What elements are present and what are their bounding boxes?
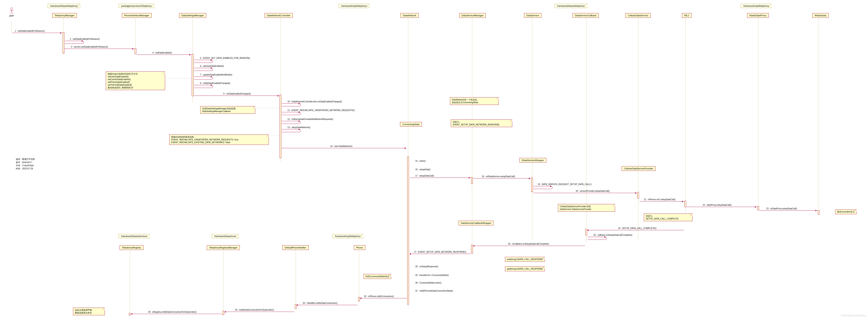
actor-label: APP [9, 14, 14, 17]
participant: TelephonyRegistry [120, 245, 144, 250]
lifeline [758, 18, 758, 210]
message-label: 14 : new DataNetwork() [330, 145, 352, 147]
meta-line: 时间：2023-07-26 [16, 167, 35, 170]
note-line: 根据enabled的值来选择, [171, 136, 267, 138]
package-box: framework/base/telephony [48, 4, 81, 8]
message-label: 27 : EVENT_SETUP_DATA_NETWORK_RESPONSE() [414, 251, 466, 253]
lifeline [11, 21, 12, 34]
participant: DataNetworkController [265, 13, 293, 18]
message-label: 15 : enter() [415, 160, 426, 162]
message-arrow [137, 55, 191, 55]
note-line: 最后殊途同归, 都调用第7步 [108, 86, 163, 89]
participant: Phone [354, 245, 365, 250]
note-line: 由此去通知APP侧 [75, 309, 103, 312]
message-arrow [65, 41, 84, 44]
message-label: 34 : notifyDataConnectionForSubscriber() [235, 309, 274, 311]
note-line: DataService.DataServiceProvider [560, 208, 613, 211]
message-label: 32 : mPhone.notifyConnection() [364, 295, 394, 297]
activation [585, 229, 587, 235]
activation [471, 245, 473, 253]
activation [295, 305, 297, 309]
note: 转到ConnectedState状态 [364, 274, 391, 279]
note: 消息为, SETUP_DATA_CALL_COMPLETE [644, 214, 692, 221]
note-line: setPolicyDataEnabled() [108, 81, 163, 83]
note-line: setCarrierDataEnabled() [108, 78, 163, 81]
participant: PhoneInterfaceManager [122, 13, 152, 18]
activation [129, 313, 131, 315]
activation [818, 210, 819, 215]
message-arrow [760, 210, 817, 211]
svg-line-4 [12, 12, 13, 14]
message-label: 1 : setDataEnabledForReason() [15, 30, 45, 32]
note-line: SETUP_DATA_CALL_COMPLETE [646, 217, 691, 220]
note-line: 消息为, [453, 120, 510, 123]
message-label: 6 : setUserDataEnabled() [200, 65, 224, 67]
message-label: 22 : dataProxy.setupDataCall() [703, 204, 732, 206]
participant: TelephonyRegistryManager [207, 245, 240, 250]
message-label: 35 : sRegistry.notifyDataConnectionForSu… [148, 311, 196, 313]
package-box: framework/opt/telephony [339, 4, 370, 8]
svg-point-0 [10, 8, 13, 10]
note: 消息为, EVENT_SETUP_DATA_NETWORK_RESPONSE [451, 119, 512, 127]
package-box: framework/base/core [212, 234, 239, 238]
message-arrow [194, 60, 213, 63]
note-line: 消息为, [646, 215, 691, 217]
activation [63, 32, 64, 54]
note-line: 根据reason选择对应的打开方式, [108, 73, 163, 75]
package-box: framework/opt/telephony [741, 4, 772, 8]
meta-line: 作者：CrazyPotato [16, 164, 35, 167]
message-arrow [360, 298, 407, 298]
lifeline [359, 251, 359, 299]
actor-app: APP [9, 7, 14, 17]
note-line: DataSettingsManagerCallback [202, 110, 253, 113]
participant: TelephonyManager [52, 13, 77, 18]
participant: RadioDataProxy [747, 13, 769, 18]
participant: DataServiceManager [459, 13, 486, 18]
activation [280, 95, 281, 158]
participant: ConnectingState [400, 122, 422, 127]
note-line: EVENT_REEVALUATE_UNSATISFIED_NETWORK_REQ… [171, 138, 267, 141]
message-label: 23 : mDataProxy.setupDataCall() [766, 207, 797, 210]
message-label: 8 : notifyDataEnabledChanged() [200, 82, 230, 84]
message-arrow [282, 121, 301, 124]
message-arrow [194, 68, 213, 71]
note: get的msg为DATA_CALL_RESPONSE [505, 267, 545, 271]
message-label: 5 : EVENT_SET_DATA_ENABLED_FOR_REASON() [200, 57, 250, 59]
message-label: 9 : onDataEnabledChanged() [223, 93, 251, 95]
note-connector [256, 108, 279, 108]
message-arrow [282, 129, 301, 132]
message-arrow [225, 312, 294, 312]
note-line: setUserDataEnabled() [108, 75, 163, 78]
svg-line-3 [10, 12, 12, 14]
activation [531, 178, 533, 192]
activation [471, 177, 473, 184]
message-label: 33 : mNotifier.notifyDataConnection() [303, 302, 337, 304]
activation [757, 206, 759, 210]
message-arrow [640, 201, 684, 202]
message-label: 28 : onSetupResponse() [415, 266, 438, 268]
note: 由此去通知APP侧 数据连接状态变化 [73, 308, 105, 315]
message-label: 12 : onReevaluateUnsatisfiedNetworkReque… [287, 118, 333, 120]
message-arrow [282, 112, 301, 115]
message-label: 30 : ConnectedState.enter() [415, 282, 441, 284]
activation [192, 54, 193, 96]
note: 根据enabled的值来选择, EVENT_REEVALUATE_UNSATIS… [169, 135, 269, 145]
package-box: framework/opt/telephony [332, 234, 363, 238]
message-arrow [131, 314, 222, 314]
note-line: CellularDataServiceProvider实现 [560, 205, 613, 208]
participant: IDataServiceWrapper [519, 158, 546, 163]
message-arrow [12, 33, 62, 33]
note-line: EVENT_REEVALUATE_EXISTING_DATA_NETWORKS … [171, 141, 267, 144]
message-label: 20 : serviceProvider.setupDataCall() [576, 190, 610, 192]
message-label: 4 : setDataEnabled() [152, 51, 172, 54]
participant: CellularDataService [625, 13, 651, 18]
note: DataNetwork是一个状态机, 初始状态为ConnectingState [450, 97, 499, 105]
message-label: 17 : setupDataCall() [415, 175, 434, 177]
participant: DefaultPhoneNotifier [282, 245, 309, 250]
message-arrow [588, 237, 607, 240]
lifeline [130, 251, 130, 312]
lifeline [532, 18, 532, 240]
participant: DataServiceCallback [572, 13, 599, 18]
message-arrow [297, 305, 358, 305]
message-label: 29 : transitionTo->ConnectedState() [415, 274, 449, 276]
